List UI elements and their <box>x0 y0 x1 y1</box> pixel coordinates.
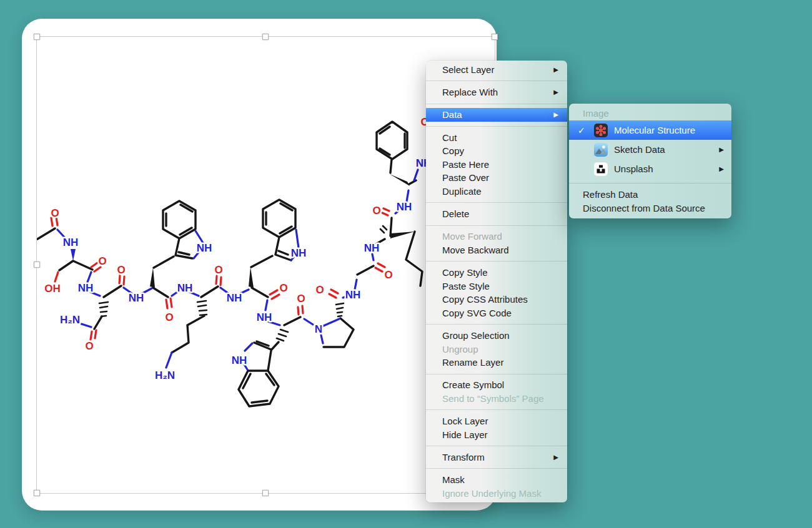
menu-item-label: Replace With <box>442 86 498 99</box>
menu-item-rename-layer[interactable]: Rename Layer <box>426 356 567 369</box>
menu-item-label: Duplicate <box>442 185 482 198</box>
menu-separator <box>426 446 567 446</box>
menu-separator <box>426 104 567 104</box>
selection-handle-middle-left[interactable] <box>34 262 40 268</box>
menu-item-label: Ungroup <box>442 343 478 356</box>
unsplash-icon <box>594 162 608 176</box>
selection-handle-top-right[interactable] <box>492 34 498 40</box>
menu-item-send-to-symbols-page: Send to “Symbols” Page <box>426 392 567 406</box>
menu-separator <box>426 126 567 127</box>
menu-item-label: Data <box>442 108 462 122</box>
menu-item-label: Delete <box>442 207 469 221</box>
menu-item-ignore-underlying-mask: Ignore Underlying Mask <box>426 487 567 501</box>
menu-item-mask[interactable]: Mask <box>426 473 567 487</box>
selection-handle-bottom-center[interactable] <box>262 490 269 496</box>
submenu-arrow-icon: ▶ <box>553 451 558 464</box>
menu-item-label: Select Layer <box>442 63 494 77</box>
menu-item-label: Mask <box>442 473 465 487</box>
menu-item-create-symbol[interactable]: Create Symbol <box>426 378 567 392</box>
menu-item-ungroup: Ungroup <box>426 343 567 356</box>
menu-item-hide-layer[interactable]: Hide Layer <box>426 428 567 442</box>
menu-separator <box>426 468 567 469</box>
submenu-item-molecular-structure[interactable]: ✓ Molecular Structure <box>569 120 731 140</box>
menu-item-move-forward: Move Forward <box>426 230 567 243</box>
submenu-arrow-icon: ▶ <box>553 108 558 122</box>
menu-separator <box>426 261 567 262</box>
submenu-separator <box>569 183 731 183</box>
menu-separator <box>426 202 567 203</box>
menu-separator <box>426 324 567 325</box>
artboard[interactable] <box>22 19 497 511</box>
submenu-item-label: Disconnect from Data Source <box>583 203 705 213</box>
checkmark-icon: ✓ <box>578 125 594 135</box>
menu-item-label: Lock Layer <box>442 414 488 428</box>
menu-item-label: Cut <box>442 131 457 145</box>
menu-item-transform[interactable]: Transform ▶ <box>426 451 567 464</box>
submenu-arrow-icon: ▶ <box>553 86 558 99</box>
menu-item-paste-over[interactable]: Paste Over <box>426 171 567 185</box>
menu-item-copy-style[interactable]: Copy Style <box>426 266 567 280</box>
menu-item-label: Paste Here <box>442 158 489 172</box>
selection-handle-top-left[interactable] <box>34 34 40 40</box>
menu-item-replace-with[interactable]: Replace With ▶ <box>426 86 567 99</box>
menu-item-label: Create Symbol <box>442 378 504 392</box>
menu-item-label: Copy CSS Attributes <box>442 293 528 306</box>
sketch-data-icon <box>594 143 608 157</box>
menu-item-label: Copy <box>442 144 464 158</box>
menu-separator <box>426 225 567 226</box>
selection-handle-bottom-left[interactable] <box>34 490 40 496</box>
submenu-arrow-icon: ▶ <box>719 165 724 172</box>
menu-item-group-selection[interactable]: Group Selection <box>426 329 567 343</box>
menu-separator <box>426 81 567 81</box>
sketch-canvas-screen: { "accent": {"highlight_top": "#55a3fa",… <box>0 0 812 528</box>
menu-separator <box>426 374 567 374</box>
menu-item-label: Paste Over <box>442 171 489 185</box>
menu-item-data[interactable]: Data ▶ <box>426 108 567 122</box>
submenu-item-label: Refresh Data <box>583 189 638 200</box>
menu-item-label: Move Backward <box>442 243 509 257</box>
data-submenu: Image ✓ Molecular Structure <box>569 104 731 218</box>
menu-item-label: Group Selection <box>442 329 510 343</box>
submenu-item-label: Molecular Structure <box>614 125 695 135</box>
menu-item-label: Ignore Underlying Mask <box>442 487 541 501</box>
menu-item-copy-css-attributes[interactable]: Copy CSS Attributes <box>426 293 567 306</box>
menu-item-copy-svg-code[interactable]: Copy SVG Code <box>426 306 567 320</box>
menu-item-paste-style[interactable]: Paste Style <box>426 280 567 293</box>
menu-item-move-backward[interactable]: Move Backward <box>426 243 567 257</box>
menu-item-label: Copy Style <box>442 266 488 280</box>
menu-item-cut[interactable]: Cut <box>426 131 567 145</box>
menu-item-label: Hide Layer <box>442 428 488 442</box>
context-menu: Select Layer ▶ Replace With ▶ Data ▶ Cut… <box>426 61 567 502</box>
menu-item-delete[interactable]: Delete <box>426 207 567 221</box>
menu-item-paste-here[interactable]: Paste Here <box>426 158 567 172</box>
submenu-item-label: Unsplash <box>614 164 653 174</box>
menu-item-duplicate[interactable]: Duplicate <box>426 185 567 198</box>
menu-item-lock-layer[interactable]: Lock Layer <box>426 414 567 428</box>
menu-item-copy[interactable]: Copy <box>426 144 567 158</box>
submenu-item-sketch-data[interactable]: Sketch Data ▶ <box>569 140 731 159</box>
menu-separator <box>426 409 567 410</box>
menu-item-label: Transform <box>442 451 485 464</box>
submenu-header-image: Image <box>569 107 731 120</box>
submenu-item-disconnect-data-source[interactable]: Disconnect from Data Source <box>569 202 731 215</box>
menu-item-label: Rename Layer <box>442 356 503 369</box>
submenu-item-label: Sketch Data <box>614 144 665 155</box>
molecular-structure-icon <box>594 124 608 137</box>
menu-item-label: Copy SVG Code <box>442 306 512 320</box>
menu-item-label: Move Forward <box>442 230 502 243</box>
menu-item-label: Send to “Symbols” Page <box>442 392 544 406</box>
selection-handle-top-center[interactable] <box>262 34 269 40</box>
submenu-item-unsplash[interactable]: Unsplash ▶ <box>569 159 731 178</box>
submenu-item-refresh-data[interactable]: Refresh Data <box>569 188 731 202</box>
submenu-arrow-icon: ▶ <box>553 63 558 77</box>
menu-item-label: Paste Style <box>442 280 490 293</box>
submenu-arrow-icon: ▶ <box>719 146 724 153</box>
menu-item-select-layer[interactable]: Select Layer ▶ <box>426 63 567 77</box>
